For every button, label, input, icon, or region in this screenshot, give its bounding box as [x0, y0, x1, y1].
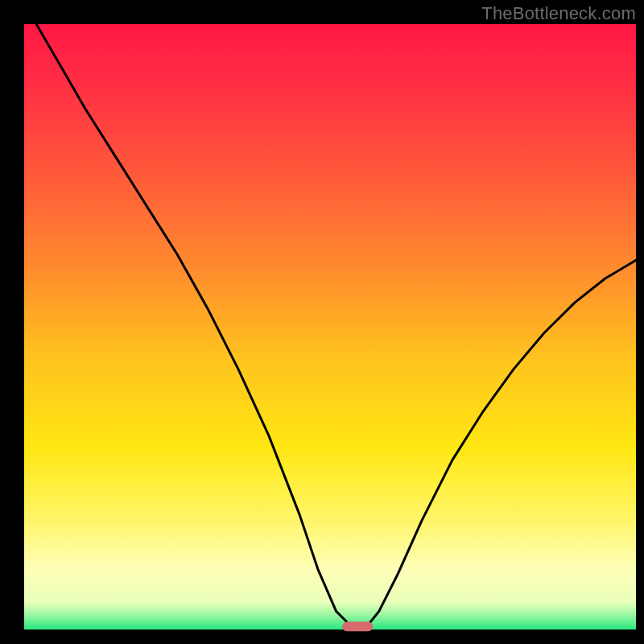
chart-frame: TheBottleneck.com	[0, 0, 644, 644]
plot-background	[24, 24, 636, 630]
bottleneck-chart	[0, 0, 644, 644]
optimal-marker	[342, 621, 373, 631]
